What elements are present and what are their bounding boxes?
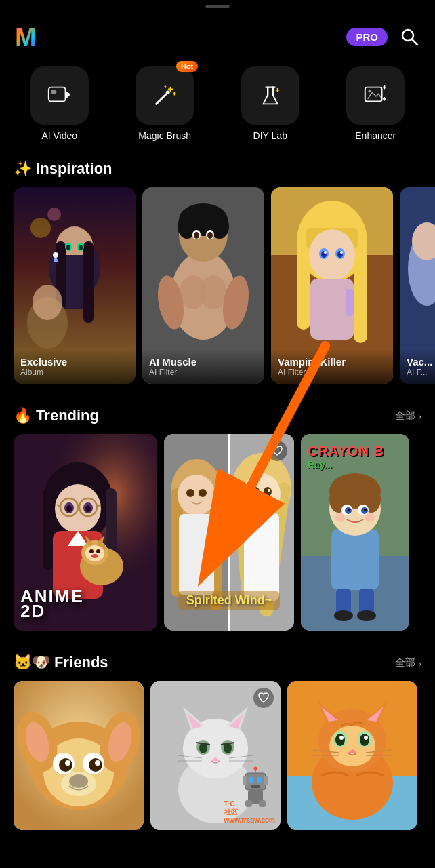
svg-point-151 (65, 760, 70, 766)
svg-point-38 (54, 258, 58, 262)
svg-point-136 (357, 610, 376, 621)
robot-icon (239, 766, 272, 807)
trending-card-crayon[interactable]: CRAYON B Ray... (301, 434, 409, 631)
svg-point-111 (251, 487, 260, 496)
svg-point-32 (33, 285, 62, 320)
svg-point-131 (335, 513, 345, 522)
top-bar (0, 0, 435, 11)
tool-enhancer[interactable]: Enhancer (346, 66, 405, 141)
svg-point-84 (66, 505, 72, 512)
trending-see-all[interactable]: 全部 › (395, 410, 421, 422)
friends-see-all-text: 全部 (395, 656, 415, 669)
svg-point-149 (59, 758, 72, 772)
split-handle (224, 526, 234, 539)
diy-lab-icon (257, 82, 284, 109)
svg-rect-57 (354, 241, 367, 343)
inspiration-card-ai-muscle[interactable]: AI Muscle AI Filter (142, 187, 264, 384)
inspiration-card-exclusive[interactable]: Exclusive Album (14, 187, 136, 384)
cat-overlay-character (239, 766, 272, 810)
search-button[interactable] (397, 24, 421, 49)
pro-badge[interactable]: PRO (346, 28, 388, 46)
trending-section-header: 🔥 Trending 全部 › (0, 400, 435, 434)
trending-see-all-text: 全部 (395, 410, 415, 422)
spirited-heart[interactable] (267, 441, 287, 461)
tool-diy-lab-label: DIY Lab (253, 130, 287, 141)
friend-orange-cat-image (287, 681, 417, 830)
tool-ai-video-icon-box (30, 66, 89, 125)
enhancer-icon (362, 82, 389, 109)
svg-point-51 (194, 232, 199, 239)
friends-see-all[interactable]: 全部 › (395, 656, 421, 669)
inspiration-card-vampire[interactable]: Vampire Killer AI Filter (271, 187, 393, 384)
svg-point-104 (199, 489, 207, 497)
svg-rect-117 (244, 513, 279, 601)
svg-point-46 (200, 275, 227, 309)
friend-card-corgi[interactable] (14, 681, 144, 830)
friends-see-all-arrow: › (418, 657, 421, 669)
friend-card-cat[interactable]: T·C 社区 www.trsqw.com (150, 681, 281, 830)
svg-point-65 (340, 251, 343, 254)
card-overlay-exclusive: Exclusive Album (14, 349, 136, 384)
inspiration-card-vac[interactable]: Vac... AI F... (400, 187, 435, 384)
svg-point-150 (89, 758, 102, 772)
friend-cat-image: T·C 社区 www.trsqw.com (150, 681, 281, 830)
top-pill (205, 5, 230, 8)
friend-corgi-image (14, 681, 144, 830)
tool-ai-video[interactable]: AI Video (30, 66, 89, 141)
svg-point-135 (334, 610, 353, 621)
tool-diy-lab-icon-box (241, 66, 299, 125)
svg-text:M: M (15, 23, 37, 52)
trending-card-anime2d[interactable]: ANIME 2D (14, 434, 157, 631)
friend-card-orange-cat[interactable] (287, 681, 417, 830)
svg-point-196 (360, 734, 369, 746)
svg-point-25 (47, 208, 61, 221)
svg-rect-30 (83, 241, 94, 323)
svg-marker-4 (65, 90, 70, 99)
svg-point-115 (239, 499, 245, 505)
svg-point-52 (207, 232, 213, 239)
svg-point-130 (364, 509, 367, 511)
svg-point-93 (89, 549, 94, 553)
tool-enhancer-icon-box (346, 66, 405, 125)
svg-point-116 (278, 499, 284, 505)
spirited-text: Spirited Wind~ (178, 591, 280, 610)
svg-rect-5 (51, 90, 56, 94)
svg-rect-176 (251, 785, 260, 788)
svg-point-7 (166, 90, 170, 94)
app-logo[interactable]: M (14, 20, 46, 53)
card-overlay-vampire: Vampire Killer AI Filter (271, 349, 393, 384)
search-icon (400, 27, 419, 46)
friends-title: 🐱🐶 Friends (14, 654, 108, 671)
tool-magic-brush[interactable]: Hot Magic Brush (136, 66, 194, 141)
svg-rect-180 (245, 800, 252, 807)
card-title-exclusive: Exclusive (20, 356, 129, 368)
svg-line-6 (157, 92, 168, 104)
tools-row: AI Video Hot Magic Brush (0, 60, 435, 153)
tool-magic-brush-label: Magic Brush (138, 130, 191, 141)
svg-rect-3 (49, 87, 66, 102)
svg-point-175 (257, 777, 262, 783)
header-right: PRO (346, 24, 421, 49)
svg-point-197 (339, 736, 344, 740)
svg-point-23 (369, 90, 371, 92)
card-subtitle-exclusive: Album (20, 368, 129, 377)
svg-point-154 (61, 772, 96, 796)
svg-line-2 (412, 39, 417, 45)
crayon-text-wrap: CRAYON B Ray... (308, 443, 384, 470)
svg-rect-177 (243, 776, 247, 785)
heart-icon (271, 445, 283, 457)
trending-see-all-arrow: › (418, 410, 421, 422)
svg-rect-56 (297, 241, 310, 330)
svg-point-85 (85, 505, 91, 512)
cat-heart-icon (257, 692, 270, 704)
card-title-vampire: Vampire Killer (278, 356, 386, 368)
svg-point-95 (91, 554, 98, 558)
svg-point-129 (348, 509, 350, 511)
tool-diy-lab[interactable]: DIY Lab (241, 66, 299, 141)
trending-card-spirited[interactable]: Spirited Wind~ (164, 434, 294, 631)
svg-rect-178 (264, 776, 268, 785)
cat-heart[interactable] (253, 688, 274, 708)
orange-cat-illustration (287, 681, 417, 830)
svg-point-94 (96, 549, 100, 553)
svg-point-113 (255, 489, 258, 492)
